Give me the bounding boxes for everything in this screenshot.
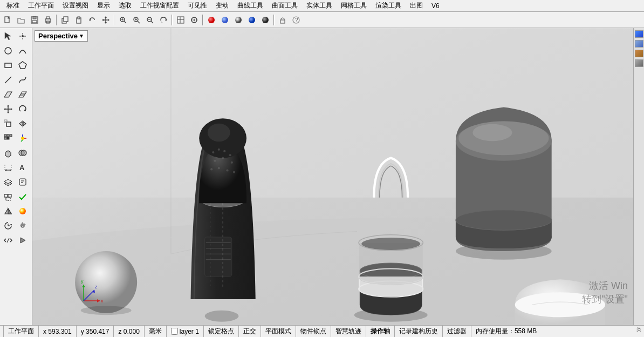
zoom-extents-btn[interactable] (117, 14, 129, 26)
menu-select[interactable]: 选取 (114, 0, 136, 11)
macro-btn[interactable] (16, 233, 30, 247)
poly-tool-btn[interactable] (16, 58, 30, 72)
rect-tool-btn[interactable] (1, 58, 15, 72)
right-thumb-3[interactable] (635, 50, 643, 57)
grid-btn[interactable] (174, 14, 187, 26)
mirror-tool-btn[interactable] (16, 117, 30, 131)
zoom-out-btn[interactable] (143, 14, 156, 26)
paste-btn[interactable] (72, 14, 85, 26)
layer-status[interactable]: layer 1 (167, 326, 204, 337)
svg-marker-13 (105, 22, 107, 24)
svg-point-32 (194, 19, 195, 21)
dim-tool-btn[interactable] (1, 160, 15, 174)
sep1 (56, 15, 57, 25)
new-btn[interactable] (1, 14, 14, 26)
gumball-btn[interactable]: 操作轴 (366, 326, 395, 337)
save-btn[interactable] (28, 14, 41, 26)
record-history-btn[interactable]: 记录建构历史 (395, 326, 443, 337)
check-btn[interactable] (16, 190, 30, 204)
menu-render-tools[interactable]: 渲染工具 (371, 0, 406, 11)
smart-track-btn[interactable]: 智慧轨迹 (331, 326, 366, 337)
array-tool-btn[interactable] (1, 131, 15, 145)
gumball-tool-btn[interactable] (16, 131, 30, 145)
menu-curve-tools[interactable]: 曲线工具 (233, 0, 268, 11)
planar-btn[interactable]: 平面模式 (261, 326, 296, 337)
svg-marker-68 (23, 122, 26, 126)
select-tool-btn[interactable] (1, 29, 15, 43)
menu-workplane[interactable]: 工作平面 (24, 0, 58, 11)
settings-btn[interactable] (16, 219, 30, 233)
svg-text:y: y (81, 279, 84, 284)
material-dark-btn[interactable] (259, 14, 272, 26)
menu-v6[interactable]: V6 (427, 1, 444, 11)
group-btn[interactable] (1, 190, 15, 204)
menu-solid-tools[interactable]: 实体工具 (302, 0, 337, 11)
surface-tool-btn[interactable] (1, 87, 15, 102)
solid-tool-btn[interactable] (1, 146, 15, 160)
view-shade-btn[interactable] (1, 204, 15, 218)
menu-display[interactable]: 显示 (93, 0, 114, 11)
osnap-btn[interactable]: 物件锁点 (296, 326, 331, 337)
right-thumb-1[interactable] (635, 30, 643, 38)
svg-marker-12 (105, 16, 107, 18)
print-btn[interactable] (42, 14, 54, 26)
snap-btn[interactable] (188, 14, 201, 26)
layer-checkbox[interactable] (171, 328, 178, 335)
arc-tool-btn[interactable] (16, 44, 30, 58)
help-btn[interactable]: ? (290, 14, 303, 26)
menu-transform[interactable]: 变动 (211, 0, 233, 11)
zoom-in-btn[interactable] (130, 14, 143, 26)
copy-btn[interactable] (59, 14, 72, 26)
svg-marker-67 (19, 122, 22, 126)
menu-visibility[interactable]: 可见性 (183, 0, 211, 11)
material-sphere-btn[interactable] (232, 14, 245, 26)
history-btn[interactable] (1, 219, 15, 233)
menu-surface-tools[interactable]: 曲面工具 (268, 0, 302, 11)
viewport-label[interactable]: Perspective ▼ (35, 30, 88, 42)
viewport[interactable]: Perspective ▼ (32, 28, 633, 325)
circle-tool-btn[interactable] (1, 44, 15, 58)
scale-tool-btn[interactable] (1, 117, 15, 131)
menu-viewport-config[interactable]: 工作视窗配置 (136, 0, 183, 11)
right-thumb-4[interactable] (635, 59, 643, 67)
rotate3d-btn[interactable] (157, 14, 170, 26)
ortho-btn[interactable]: 正交 (239, 326, 261, 337)
svg-rect-71 (10, 134, 12, 137)
props-btn[interactable] (16, 175, 30, 189)
material-red-btn[interactable] (205, 14, 218, 26)
svg-line-17 (124, 21, 126, 23)
layers-btn[interactable] (1, 175, 15, 189)
undo-btn[interactable] (86, 14, 99, 26)
script-btn[interactable] (1, 233, 15, 247)
lock-btn[interactable] (276, 14, 289, 26)
menu-setview[interactable]: 设置视图 (58, 0, 93, 11)
filter-btn[interactable]: 过滤器 (443, 326, 471, 337)
text-tool-btn[interactable]: A (16, 160, 30, 174)
render-btn[interactable] (16, 204, 30, 218)
mesh-tool-btn[interactable] (16, 87, 30, 102)
material-blue-btn[interactable] (245, 14, 258, 26)
point-tool-btn[interactable] (16, 29, 30, 43)
svg-marker-98 (20, 238, 25, 243)
move-tool-btn[interactable] (1, 102, 15, 116)
scene-svg[interactable] (32, 28, 633, 325)
right-thumb-2[interactable] (635, 40, 643, 48)
workspace-status: 工作平面 (3, 326, 39, 337)
curve-tool-btn[interactable] (16, 73, 30, 87)
material-color-btn[interactable] (218, 14, 231, 26)
right-label[interactable]: 类 (635, 323, 642, 325)
svg-line-54 (5, 77, 11, 83)
snap-grid-btn[interactable]: 锁定格点 (204, 326, 239, 337)
open-btn[interactable] (15, 14, 28, 26)
x-coord: x 593.301 (39, 326, 77, 337)
line-tool-btn[interactable] (1, 73, 15, 87)
menu-standard[interactable]: 标准 (2, 0, 24, 11)
svg-marker-140 (82, 285, 85, 287)
menu-mesh-tools[interactable]: 网格工具 (337, 0, 371, 11)
pan-btn[interactable] (99, 14, 112, 26)
svg-rect-70 (7, 134, 9, 137)
rotate-tool-btn[interactable] (16, 102, 30, 116)
boolean-tool-btn[interactable] (16, 146, 30, 160)
svg-rect-69 (4, 134, 6, 137)
menu-drafting[interactable]: 出图 (406, 0, 427, 11)
